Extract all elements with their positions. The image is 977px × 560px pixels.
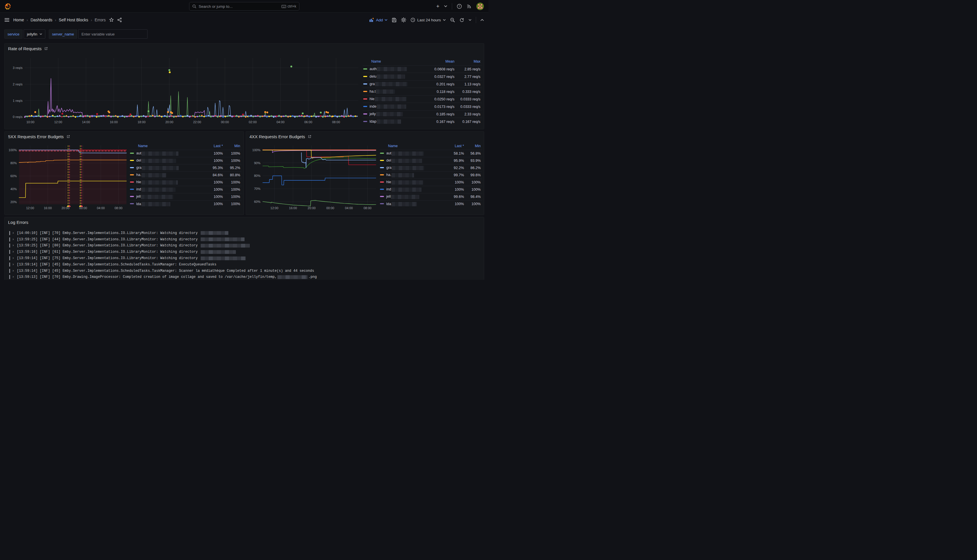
log-expand-chevron-icon[interactable]: › — [12, 275, 14, 279]
legend-value: 100% — [205, 157, 224, 165]
breadcrumb-home[interactable]: Home — [13, 18, 24, 22]
variable-server-name-input[interactable] — [78, 30, 147, 39]
legend-series-name[interactable]: inde — [362, 103, 427, 110]
share-icon[interactable] — [117, 18, 122, 22]
legend-series-name[interactable]: jell — [379, 193, 447, 200]
legend-series-name[interactable]: jell — [129, 193, 205, 200]
log-row[interactable]: ›[13:59:16] [INF] [61] Emby.Server.Imple… — [8, 249, 480, 255]
series-color-chip — [380, 196, 384, 197]
help-icon[interactable]: ? — [457, 4, 462, 9]
log-expand-chevron-icon[interactable]: › — [12, 250, 14, 254]
panel-title[interactable]: Rate of Requests — [8, 46, 42, 51]
clock-icon — [411, 18, 415, 22]
search-input[interactable]: Search or jump to... ctrl+k — [189, 2, 299, 11]
legend-series-name[interactable]: hle — [362, 95, 427, 103]
legend-header-max[interactable]: Max — [456, 58, 481, 65]
series-color-chip — [380, 167, 384, 168]
legend-series-name[interactable]: ha. — [129, 172, 205, 179]
add-panel-button[interactable]: Add — [369, 18, 387, 22]
legend-series-name[interactable]: jelly — [362, 110, 427, 118]
rate-chart[interactable]: 0 req/s1 req/s2 req/s3 req/s10:0012:0014… — [8, 53, 361, 127]
svg-text:100%: 100% — [9, 148, 17, 152]
save-dashboard-icon[interactable] — [392, 18, 397, 23]
legend-header-min[interactable]: Min — [224, 143, 241, 150]
refresh-interval-chevron-down-icon[interactable] — [469, 19, 471, 21]
series-color-chip — [130, 182, 134, 183]
refresh-icon[interactable] — [459, 18, 464, 23]
add-panel-icon — [369, 18, 374, 22]
panel-log-errors: Log Errors ›[14:00:10] [INF] [70] Emby.S… — [4, 217, 484, 280]
news-rss-icon[interactable] — [466, 4, 472, 9]
breadcrumb-separator: › — [55, 18, 56, 22]
legend-series-name[interactable]: gra — [362, 80, 427, 88]
menu-hamburger-icon[interactable] — [5, 18, 9, 22]
redacted-text — [142, 173, 166, 177]
log-row[interactable]: ›[13:59:14] [INF] [45] Emby.Server.Imple… — [8, 262, 480, 268]
legend-header-name[interactable]: Name — [129, 143, 205, 150]
legend-series-name[interactable]: gra — [129, 165, 205, 172]
legend-header-last[interactable]: Last * — [205, 143, 224, 150]
external-link-icon[interactable] — [44, 47, 48, 50]
collapse-toolbar-chevron-up-icon[interactable] — [480, 19, 484, 21]
legend-series-name[interactable]: lda — [379, 200, 447, 208]
legend-series-name[interactable]: gra — [379, 165, 447, 172]
legend-series-name[interactable]: ha. — [379, 172, 447, 179]
time-range-picker[interactable]: Last 24 hours — [411, 18, 446, 22]
legend-series-name[interactable]: ind — [129, 186, 205, 193]
grafana-logo[interactable] — [5, 3, 11, 10]
legend-series-name[interactable]: lda — [129, 200, 205, 208]
favorite-star-icon[interactable] — [109, 18, 114, 22]
log-expand-chevron-icon[interactable]: › — [12, 269, 14, 273]
legend-series-name[interactable]: del — [129, 157, 205, 165]
legend-series-name[interactable]: ha.t — [362, 88, 427, 95]
zoom-out-icon[interactable] — [450, 18, 455, 23]
log-row[interactable]: ›[14:00:10] [INF] [70] Emby.Server.Imple… — [8, 230, 480, 236]
log-row[interactable]: ›[13:59:14] [INF] [75] Emby.Server.Imple… — [8, 255, 480, 262]
legend-header-name[interactable]: Name — [379, 143, 447, 150]
new-chevron-down-icon[interactable] — [444, 5, 447, 7]
legend-header-mean[interactable]: Mean — [427, 58, 456, 65]
legend-series-name[interactable]: aut — [129, 150, 205, 157]
series-color-chip — [130, 174, 134, 175]
legend-series-name[interactable]: auth — [362, 65, 427, 73]
log-row[interactable]: ›[13:59:13] [INF] [70] Emby.Drawing.Imag… — [8, 274, 480, 280]
log-expand-chevron-icon[interactable]: › — [12, 231, 14, 235]
external-link-icon[interactable] — [308, 135, 312, 138]
panel-title[interactable]: 4XX Requests Error Budgets — [249, 134, 305, 139]
legend-header-name[interactable]: Name — [362, 58, 427, 65]
log-level-bar — [9, 275, 10, 279]
log-message: [13:59:14] [INF] [45] Emby.Server.Implem… — [17, 263, 216, 267]
redacted-text — [200, 250, 236, 254]
legend-series-name[interactable]: del — [379, 157, 447, 165]
legend-series-name[interactable]: delu — [362, 73, 427, 80]
legend-header-last[interactable]: Last * — [447, 143, 465, 150]
legend-series-name[interactable]: ind — [379, 186, 447, 193]
log-row[interactable]: ›[13:59:25] [INF] [80] Emby.Server.Imple… — [8, 243, 480, 249]
user-avatar[interactable] — [476, 3, 484, 10]
legend-series-name[interactable]: aut — [379, 150, 447, 157]
log-expand-chevron-icon[interactable]: › — [12, 237, 14, 242]
log-row[interactable]: ›[13:59:14] [INF] [45] Emby.Server.Imple… — [8, 268, 480, 274]
e4-chart[interactable]: 60%70%80%90%100%12:0016:0020:0000:0004:0… — [249, 142, 377, 213]
series-color-chip — [363, 83, 367, 85]
legend-series-name[interactable]: hle — [379, 179, 447, 186]
legend-value: 2.77 req/s — [456, 73, 481, 80]
log-message: [13:59:13] [INF] [70] Emby.Drawing.Image… — [17, 275, 277, 279]
breadcrumb-folder[interactable]: Self Host Blocks — [59, 18, 89, 22]
breadcrumb-dashboards[interactable]: Dashboards — [31, 18, 53, 22]
log-expand-chevron-icon[interactable]: › — [12, 243, 14, 248]
legend-series-name[interactable]: ldap — [362, 118, 427, 125]
legend-series-name[interactable]: hle — [129, 179, 205, 186]
dashboard-settings-gear-icon[interactable] — [401, 17, 406, 23]
svg-text:10:00: 10:00 — [26, 120, 34, 124]
legend-header-min[interactable]: Min — [465, 143, 482, 150]
variable-service-value-dropdown[interactable]: jellyfin — [24, 30, 45, 39]
log-row[interactable]: ›[13:59:25] [INF] [44] Emby.Server.Imple… — [8, 236, 480, 243]
panel-title[interactable]: Log Errors — [8, 220, 28, 225]
log-expand-chevron-icon[interactable]: › — [12, 256, 14, 260]
new-plus-button[interactable]: + — [436, 3, 439, 10]
e5-chart[interactable]: 20%40%60%80%100%12:0016:0020:0000:0004:0… — [6, 142, 128, 213]
panel-title[interactable]: 5XX Requests Error Budgets — [8, 134, 64, 139]
external-link-icon[interactable] — [67, 135, 70, 138]
log-expand-chevron-icon[interactable]: › — [12, 263, 14, 267]
